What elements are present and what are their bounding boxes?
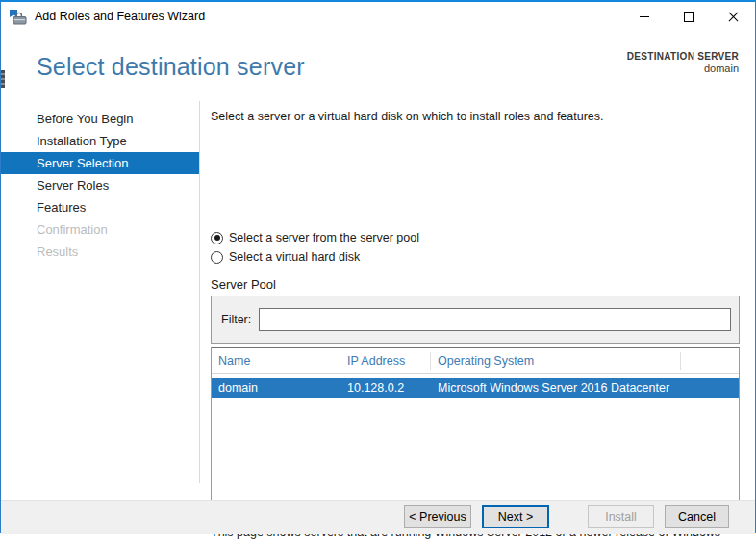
wizard-window: Add Roles and Features Wizard Select des… [0, 0, 756, 533]
destination-server-value: domain [627, 63, 739, 75]
sidebar-item-server-selection[interactable]: Server Selection [1, 152, 199, 174]
sidebar-item-server-roles[interactable]: Server Roles [1, 174, 199, 196]
maximize-icon [684, 12, 694, 22]
page-title: Select destination server [37, 53, 305, 81]
minimize-button[interactable] [622, 2, 667, 31]
minimize-icon [640, 16, 649, 17]
sidebar-item-confirmation: Confirmation [1, 219, 199, 241]
filter-label: Filter: [221, 313, 251, 326]
sidebar-item-installation-type[interactable]: Installation Type [1, 130, 199, 152]
sidebar-item-features[interactable]: Features [1, 196, 199, 219]
column-header-ip-address[interactable]: IP Address [340, 352, 431, 370]
cell-ip-address: 10.128.0.2 [340, 381, 431, 395]
radio-button-icon[interactable] [211, 232, 223, 244]
footer-bar: < Previous Next > Install Cancel [1, 500, 755, 534]
sidebar-item-before-you-begin[interactable]: Before You Begin [1, 108, 199, 130]
column-header-operating-system[interactable]: Operating System [431, 352, 681, 370]
intro-text: Select a server or a virtual hard disk o… [211, 110, 604, 123]
wizard-steps-sidebar: Before You Begin Installation Type Serve… [1, 101, 200, 483]
window-title: Add Roles and Features Wizard [35, 10, 205, 23]
close-icon [728, 12, 739, 22]
close-button[interactable] [711, 2, 755, 31]
radio-button-icon[interactable] [211, 251, 223, 264]
filter-panel: Filter: [211, 296, 740, 344]
install-button: Install [588, 505, 654, 528]
app-icon [9, 9, 27, 25]
radio-select-server-from-pool[interactable]: Select a server from the server pool [211, 231, 419, 244]
cell-name: domain [212, 381, 340, 395]
destination-server-label: DESTINATION SERVER [627, 50, 739, 63]
sidebar-item-results: Results [1, 241, 199, 263]
destination-server-block: DESTINATION SERVER domain [627, 50, 739, 75]
titlebar: Add Roles and Features Wizard [1, 2, 755, 31]
column-header-name[interactable]: Name [212, 352, 340, 370]
radio-label: Select a server from the server pool [229, 231, 419, 244]
column-header-extra [681, 352, 739, 370]
maximize-button[interactable] [667, 2, 711, 31]
filter-input[interactable] [259, 308, 731, 331]
next-button[interactable]: Next > [482, 505, 549, 528]
cancel-button[interactable]: Cancel [665, 505, 729, 528]
background-window-sliver [1, 70, 5, 88]
table-row[interactable]: domain 10.128.0.2 Microsoft Windows Serv… [212, 378, 739, 398]
previous-button[interactable]: < Previous [404, 505, 471, 528]
server-pool-table: Name IP Address Operating System domain … [211, 347, 740, 502]
cell-operating-system: Microsoft Windows Server 2016 Datacenter [431, 381, 681, 395]
server-pool-heading: Server Pool [211, 277, 276, 292]
table-header-row: Name IP Address Operating System [212, 348, 739, 374]
radio-label: Select a virtual hard disk [229, 250, 360, 264]
radio-select-virtual-hard-disk[interactable]: Select a virtual hard disk [211, 250, 360, 264]
